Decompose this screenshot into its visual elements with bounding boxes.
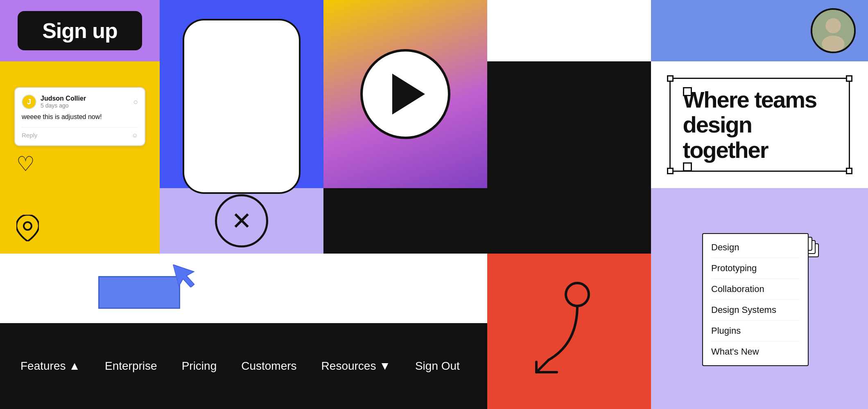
commenter-name: Judson Collier bbox=[41, 95, 86, 102]
nav-item-features[interactable]: Features ▲ bbox=[20, 360, 80, 373]
nav-item-resources[interactable]: Resources ▼ bbox=[321, 360, 391, 373]
phone-mockup bbox=[184, 20, 299, 192]
play-section bbox=[323, 0, 487, 188]
menu-stack: Design Prototyping Collaboration Design … bbox=[702, 233, 817, 364]
nav-item-customers[interactable]: Customers bbox=[241, 360, 296, 373]
svg-point-4 bbox=[566, 283, 589, 306]
menu-item-whats-new[interactable]: What's New bbox=[711, 342, 800, 362]
tagline-section: Where teams design together bbox=[651, 61, 868, 188]
tagline-box: Where teams design together bbox=[669, 78, 850, 172]
navigation-bar: Features ▲ Enterprise Pricing Customers … bbox=[0, 323, 487, 409]
gesture-section bbox=[487, 254, 651, 409]
commenter-avatar: J bbox=[22, 94, 36, 109]
yellow-lower bbox=[0, 188, 160, 254]
cursor-section bbox=[0, 254, 487, 323]
corner-tl bbox=[667, 75, 674, 82]
nav-item-enterprise[interactable]: Enterprise bbox=[105, 360, 157, 373]
menu-item-plugins[interactable]: Plugins bbox=[711, 321, 800, 342]
avatar bbox=[811, 8, 856, 53]
comment-reply-area[interactable]: Reply ☺ bbox=[22, 127, 138, 139]
corner-br bbox=[846, 168, 852, 174]
menu-item-design[interactable]: Design bbox=[711, 237, 800, 258]
corner-tr bbox=[846, 75, 852, 82]
comment-header: J Judson Collier 5 days ago ○ bbox=[22, 94, 138, 109]
nav-item-pricing[interactable]: Pricing bbox=[182, 360, 217, 373]
tagline-text: Where teams design together bbox=[683, 87, 836, 163]
menu-item-prototyping[interactable]: Prototyping bbox=[711, 258, 800, 279]
reply-label[interactable]: Reply bbox=[22, 132, 37, 139]
phone-mockup-section bbox=[160, 0, 323, 188]
menu-item-collaboration[interactable]: Collaboration bbox=[711, 279, 800, 300]
close-icon[interactable]: ✕ bbox=[215, 194, 268, 247]
menu-item-design-systems[interactable]: Design Systems bbox=[711, 300, 800, 321]
comment-card: J Judson Collier 5 days ago ○ weeee this… bbox=[14, 87, 145, 146]
menu-card-front: Design Prototyping Collaboration Design … bbox=[702, 233, 809, 366]
emoji-icon: ☺ bbox=[132, 132, 138, 139]
svg-point-2 bbox=[822, 36, 845, 52]
close-section: ✕ bbox=[160, 188, 323, 254]
signup-section: Sign up bbox=[0, 0, 160, 61]
location-pin-icon bbox=[16, 215, 39, 245]
comment-text: weeee this is adjusted now! bbox=[22, 113, 138, 121]
black-section-1 bbox=[323, 188, 487, 254]
play-button[interactable] bbox=[360, 49, 450, 139]
blue-rectangle bbox=[98, 276, 180, 309]
menu-section: Design Prototyping Collaboration Design … bbox=[651, 188, 868, 409]
svg-point-1 bbox=[825, 18, 841, 33]
nav-item-signout[interactable]: Sign Out bbox=[415, 360, 460, 373]
black-section-3 bbox=[487, 188, 651, 254]
comment-section: J Judson Collier 5 days ago ○ weeee this… bbox=[0, 61, 160, 188]
gesture-icon bbox=[524, 278, 614, 384]
play-icon bbox=[392, 74, 425, 115]
comment-time: 5 days ago bbox=[41, 102, 86, 109]
corner-bl bbox=[667, 168, 674, 174]
black-section-2 bbox=[487, 61, 651, 188]
signup-button[interactable]: Sign up bbox=[18, 11, 142, 50]
white-top-section bbox=[487, 0, 651, 61]
map-pin-icon: ♡ bbox=[16, 152, 35, 176]
check-icon: ○ bbox=[133, 97, 138, 107]
avatar-section bbox=[651, 0, 868, 61]
